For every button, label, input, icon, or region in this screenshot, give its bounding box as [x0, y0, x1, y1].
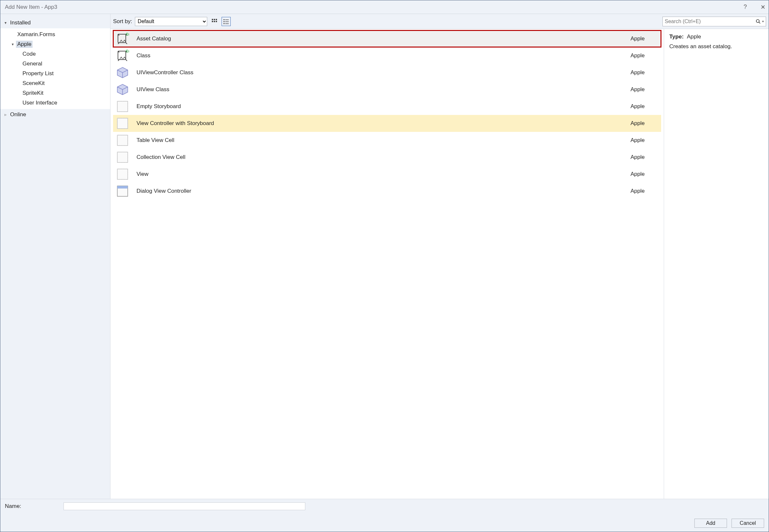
tree-label: User Interface [21, 99, 59, 106]
tree-node-installed[interactable]: ▾ Installed [0, 18, 110, 28]
module-cube-icon [116, 66, 129, 79]
tree-node-apple[interactable]: ▾ Apple [0, 39, 110, 49]
list-icon [223, 19, 229, 24]
name-label: Name: [5, 503, 60, 510]
tree-node-general[interactable]: General [0, 59, 110, 69]
template-tag: Apple [631, 188, 659, 194]
tree-label: Code [21, 50, 37, 58]
tree-label: General [21, 60, 43, 67]
view-grid-button[interactable] [210, 17, 219, 26]
caret-down-icon: ▾ [4, 21, 7, 25]
svg-rect-10 [224, 23, 225, 24]
tree-node-scenekit[interactable]: SceneKit [0, 78, 110, 88]
main-panel: Sort by: Default [110, 14, 769, 499]
add-button[interactable]: Add [694, 519, 727, 528]
template-item[interactable]: View Controller with StoryboardApple [113, 115, 661, 132]
titlebar: Add New Item - App3 ? ✕ [0, 0, 769, 14]
sort-by-label: Sort by: [113, 18, 132, 25]
svg-rect-4 [214, 21, 215, 22]
caret-right-icon: ▹ [4, 112, 7, 117]
template-item[interactable]: ClassApple [113, 47, 661, 64]
template-tag: Apple [631, 86, 659, 93]
tree-node-user-interface[interactable]: User Interface [0, 98, 110, 108]
template-name: Dialog View Controller [135, 188, 625, 194]
window-controls: ? ✕ [744, 4, 765, 11]
view-list-button[interactable] [222, 17, 231, 26]
svg-rect-0 [212, 19, 213, 20]
template-item[interactable]: Empty StoryboardApple [113, 98, 661, 115]
svg-rect-5 [216, 21, 217, 22]
details-type-label: Type: [669, 34, 684, 40]
help-button[interactable]: ? [744, 4, 747, 11]
cancel-button[interactable]: Cancel [732, 519, 764, 528]
template-tag: Apple [631, 35, 659, 42]
tree-node-xamarin-forms[interactable]: Xamarin.Forms [0, 30, 110, 39]
svg-rect-2 [216, 19, 217, 20]
content-area: ▾ Installed Xamarin.Forms ▾ Apple Code G… [0, 14, 769, 499]
storyboard-icon [116, 117, 129, 130]
template-name: View Controller with Storyboard [135, 120, 625, 127]
tree-label: SpriteKit [21, 90, 45, 97]
chevron-down-icon[interactable]: ▾ [762, 20, 764, 23]
module-cube-icon [116, 83, 129, 96]
close-button[interactable]: ✕ [761, 4, 765, 11]
template-item[interactable]: Collection View CellApple [113, 149, 661, 166]
template-name: Class [135, 52, 625, 59]
details-type-value: Apple [687, 34, 701, 40]
sort-by-select[interactable]: Default [135, 17, 207, 26]
template-list: Asset CatalogAppleClassAppleUIViewContro… [110, 29, 664, 499]
template-item[interactable]: Table View CellApple [113, 132, 661, 149]
name-input[interactable] [63, 502, 305, 510]
storyboard-icon [116, 150, 129, 164]
svg-rect-6 [224, 19, 225, 20]
template-name: UIView Class [135, 86, 625, 93]
template-name: Empty Storyboard [135, 103, 625, 110]
tree-node-online[interactable]: ▹ Online [0, 110, 110, 119]
tree-label: Installed [9, 19, 32, 26]
templates-and-details: Asset CatalogAppleClassAppleUIViewContro… [110, 29, 769, 499]
csharp-asset-icon [116, 49, 129, 63]
bottom-bar: Name: Add Cancel [0, 499, 769, 532]
dialog-window: Add New Item - App3 ? ✕ ▾ Installed Xama… [0, 0, 769, 532]
svg-rect-11 [225, 23, 229, 24]
tree-node-code[interactable]: Code [0, 49, 110, 59]
template-item[interactable]: Dialog View ControllerApple [113, 183, 661, 200]
toolbar: Sort by: Default [110, 14, 769, 29]
template-item[interactable]: Asset CatalogApple [113, 30, 661, 47]
details-description: Creates an asset catalog. [669, 43, 763, 50]
details-pane: Type: Apple Creates an asset catalog. [664, 29, 769, 499]
template-tag: Apple [631, 120, 659, 127]
template-item[interactable]: ViewApple [113, 166, 661, 183]
storyboard-icon [116, 133, 129, 147]
svg-rect-8 [224, 21, 225, 22]
svg-rect-7 [225, 20, 229, 20]
search-input[interactable] [664, 18, 755, 25]
tree-label: SceneKit [21, 80, 46, 87]
template-name: Table View Cell [135, 137, 625, 144]
tree-node-spritekit[interactable]: SpriteKit [0, 88, 110, 98]
template-tag: Apple [631, 52, 659, 59]
tree-label: Apple [16, 41, 33, 48]
search-icon[interactable] [755, 19, 762, 24]
svg-rect-1 [214, 19, 215, 20]
template-name: Collection View Cell [135, 154, 625, 161]
template-tag: Apple [631, 137, 659, 144]
template-name: UIViewController Class [135, 69, 625, 76]
storyboard-icon [116, 167, 129, 181]
caret-down-icon: ▾ [11, 42, 15, 47]
window-icon [116, 184, 129, 198]
tree-installed-children: Xamarin.Forms ▾ Apple Code General Prope… [0, 28, 110, 109]
tree-node-property-list[interactable]: Property List [0, 69, 110, 78]
svg-rect-3 [212, 21, 213, 22]
tree-label: Online [9, 111, 27, 118]
template-name: View [135, 171, 625, 177]
template-name: Asset Catalog [135, 35, 625, 42]
csharp-asset-icon [116, 32, 129, 46]
template-item[interactable]: UIViewController ClassApple [113, 64, 661, 81]
search-box[interactable]: ▾ [663, 17, 766, 26]
svg-line-13 [759, 22, 760, 23]
template-tag: Apple [631, 103, 659, 110]
svg-rect-9 [225, 21, 229, 22]
template-item[interactable]: UIView ClassApple [113, 81, 661, 98]
tree-label: Property List [21, 70, 55, 77]
